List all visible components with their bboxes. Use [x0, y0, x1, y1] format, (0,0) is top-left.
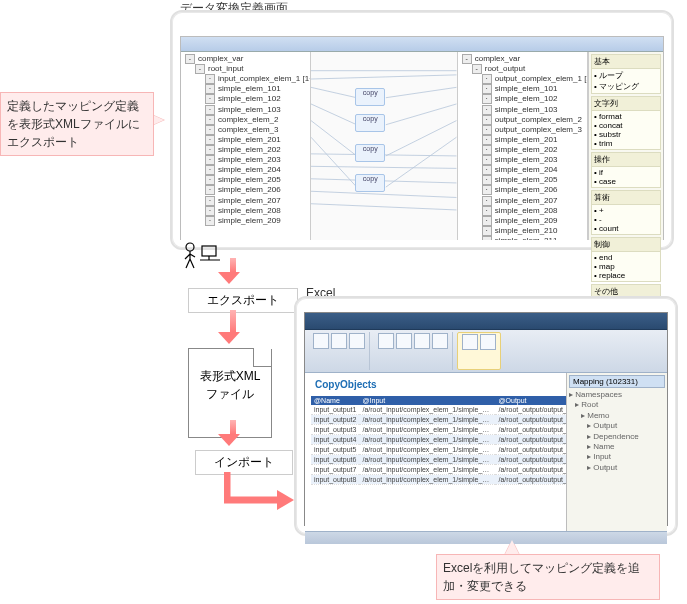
- map-node[interactable]: copy: [355, 144, 385, 162]
- table-row[interactable]: input_output3/a/root_input/complex_elem_…: [311, 425, 566, 435]
- arrow-down-icon: [226, 258, 240, 284]
- xml-tree-node[interactable]: ▸ Root: [569, 400, 665, 410]
- svg-point-15: [186, 243, 194, 251]
- xml-tree-node[interactable]: ▸ Input: [569, 452, 665, 462]
- palette-item[interactable]: • end: [594, 253, 658, 262]
- elbow-arrow-icon: [224, 472, 296, 514]
- ribbon-group: [374, 332, 453, 370]
- svg-line-11: [311, 166, 456, 168]
- excel-ribbon: [305, 330, 667, 373]
- table-row[interactable]: input_output7/a/root_input/complex_elem_…: [311, 465, 566, 475]
- excel-panel: CopyObjects @Name@Input@Output input_out…: [294, 296, 678, 536]
- ribbon-button[interactable]: [378, 333, 394, 349]
- svg-line-9: [386, 137, 457, 187]
- export-description-callout: 定義したマッピング定義を表形式XMLファイルにエクスポート: [0, 92, 154, 156]
- excel-window: CopyObjects @Name@Input@Output input_out…: [304, 312, 668, 526]
- palette-item[interactable]: • trim: [594, 139, 658, 148]
- svg-line-14: [311, 204, 456, 210]
- xml-source-pane[interactable]: Mapping (102331) ▸ Namespaces▸ Root▸ Mem…: [566, 373, 667, 531]
- palette-item[interactable]: • -: [594, 215, 658, 224]
- svg-line-4: [311, 104, 357, 125]
- ribbon-button[interactable]: [313, 333, 329, 349]
- ribbon-button[interactable]: [480, 334, 496, 350]
- mapper-window: -complex_var-root_input·input_complex_el…: [180, 36, 664, 240]
- xml-tree-node[interactable]: ▸ Output: [569, 463, 665, 473]
- ribbon-button[interactable]: [414, 333, 430, 349]
- file-label-line1: 表形式XML: [189, 367, 271, 385]
- export-step-label: エクスポート: [188, 288, 298, 313]
- xml-tree-node[interactable]: ▸ Namespaces: [569, 390, 665, 400]
- svg-line-13: [311, 191, 456, 197]
- sheet-table-title: CopyObjects: [305, 373, 566, 396]
- table-row[interactable]: input_output5/a/root_input/complex_elem_…: [311, 445, 566, 455]
- map-node[interactable]: copy: [355, 88, 385, 106]
- ribbon-button[interactable]: [349, 333, 365, 349]
- ribbon-button[interactable]: [432, 333, 448, 349]
- mapping-canvas[interactable]: copy copy copy copy: [311, 52, 458, 240]
- user-at-computer-icon: [178, 236, 222, 279]
- palette-item[interactable]: • マッピング: [594, 81, 658, 92]
- excel-description-callout: Excelを利用してマッピング定義を追加・変更できる: [436, 554, 660, 600]
- svg-line-6: [311, 121, 357, 156]
- arrow-down-icon: [226, 310, 240, 344]
- map-node[interactable]: copy: [355, 114, 385, 132]
- table-header: @Output: [495, 396, 566, 405]
- svg-line-3: [386, 87, 457, 97]
- source-tree[interactable]: -complex_var-root_input·input_complex_el…: [181, 52, 311, 240]
- palette-item[interactable]: • +: [594, 206, 658, 215]
- palette-item[interactable]: • ループ: [594, 70, 658, 81]
- xml-tree-node[interactable]: ▸ Name: [569, 442, 665, 452]
- table-header: @Input: [359, 396, 495, 405]
- palette-item[interactable]: • replace: [594, 271, 658, 280]
- mapper-panel: -complex_var-root_input·input_complex_el…: [170, 10, 674, 250]
- excel-sheet[interactable]: CopyObjects @Name@Input@Output input_out…: [305, 373, 566, 531]
- file-label-line2: ファイル: [189, 385, 271, 403]
- palette-item[interactable]: • map: [594, 262, 658, 271]
- svg-line-1: [311, 75, 456, 79]
- palette-item[interactable]: • case: [594, 177, 658, 186]
- ribbon-group-highlighted: [457, 332, 501, 370]
- table-row[interactable]: input_output1/a/root_input/complex_elem_…: [311, 405, 566, 415]
- xml-tree-node[interactable]: ▸ Dependence: [569, 432, 665, 442]
- palette-item[interactable]: • substr: [594, 130, 658, 139]
- file-fold-icon: [253, 348, 272, 367]
- table-row[interactable]: input_output8/a/root_input/complex_elem_…: [311, 475, 566, 485]
- table-row[interactable]: input_output2/a/root_input/complex_elem_…: [311, 415, 566, 425]
- map-node[interactable]: copy: [355, 174, 385, 192]
- palette-item[interactable]: • concat: [594, 121, 658, 130]
- svg-line-7: [386, 121, 457, 156]
- ribbon-button[interactable]: [462, 334, 478, 350]
- xml-tree[interactable]: ▸ Namespaces▸ Root▸ Memo▸ Output▸ Depend…: [569, 390, 665, 473]
- svg-marker-17: [277, 490, 294, 510]
- table-row[interactable]: input_output4/a/root_input/complex_elem_…: [311, 435, 566, 445]
- mapping-table: @Name@Input@Output input_output1/a/root_…: [311, 396, 566, 485]
- svg-rect-16: [202, 246, 216, 256]
- arrow-down-icon: [226, 420, 240, 446]
- window-titlebar: [181, 37, 663, 52]
- palette-item[interactable]: • format: [594, 112, 658, 121]
- palette-item[interactable]: • if: [594, 168, 658, 177]
- function-palette: 基本• ループ• マッピング文字列• format• concat• subst…: [588, 52, 663, 240]
- xml-pane-header: Mapping (102331): [569, 375, 665, 388]
- table-row[interactable]: input_output6/a/root_input/complex_elem_…: [311, 455, 566, 465]
- table-header: @Name: [311, 396, 359, 405]
- ribbon-button[interactable]: [331, 333, 347, 349]
- ribbon-button[interactable]: [396, 333, 412, 349]
- palette-item[interactable]: • count: [594, 224, 658, 233]
- ribbon-group: [309, 332, 370, 370]
- svg-line-5: [386, 104, 457, 125]
- excel-statusbar: [305, 531, 667, 544]
- svg-line-2: [311, 87, 357, 97]
- xml-tree-node[interactable]: ▸ Output: [569, 421, 665, 431]
- xml-tree-node[interactable]: ▸ Memo: [569, 411, 665, 421]
- excel-titlebar: [305, 313, 667, 330]
- target-tree[interactable]: -complex_var-root_output·output_complex_…: [458, 52, 588, 240]
